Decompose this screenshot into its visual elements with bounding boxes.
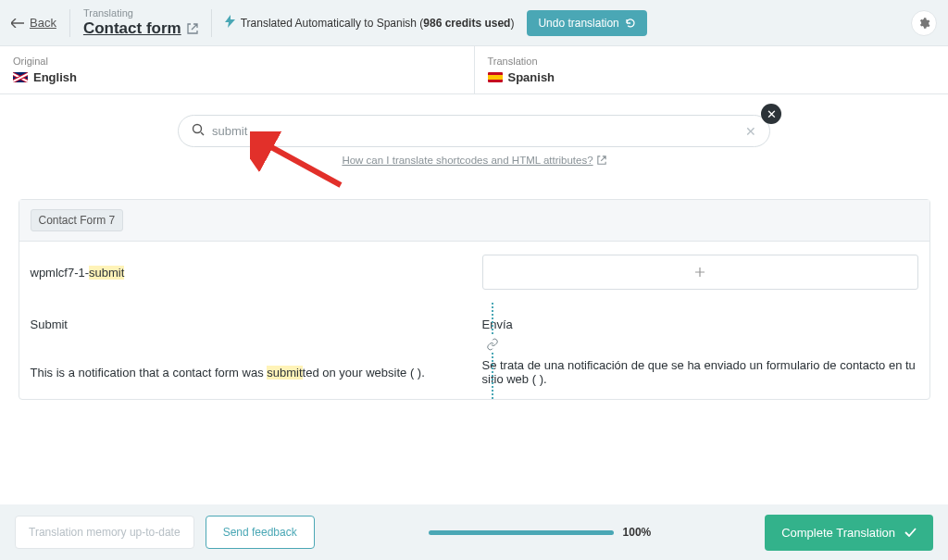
- table-row[interactable]: Submit Envía: [19, 303, 929, 345]
- link-icon[interactable]: [484, 336, 501, 353]
- search-container: ✕ ✕ How can I translate shortcodes and H…: [178, 115, 770, 166]
- spain-flag-icon: [488, 72, 503, 82]
- search-input[interactable]: [212, 124, 738, 138]
- uk-flag-icon: [13, 72, 28, 82]
- footer-bar: Translation memory up-to-date Send feedb…: [0, 504, 948, 560]
- top-bar: Back Translating Contact form Translated…: [0, 0, 948, 46]
- back-button[interactable]: Back: [11, 16, 56, 30]
- check-icon: [904, 528, 917, 537]
- original-language: Original English: [0, 46, 474, 93]
- translation-card: Contact Form 7 wpmlcf7-1-submit Submit E…: [19, 199, 930, 400]
- progress-text: 100%: [623, 526, 652, 539]
- arrow-left-icon: [11, 19, 24, 28]
- search-box[interactable]: ✕: [178, 115, 770, 147]
- bolt-icon: [225, 15, 235, 31]
- add-translation-button[interactable]: [482, 255, 918, 290]
- send-feedback-button[interactable]: Send feedback: [206, 516, 315, 549]
- undo-icon: [625, 18, 636, 29]
- divider: [69, 9, 70, 37]
- auto-translate-status: Translated Automatically to Spanish (986…: [225, 15, 515, 31]
- progress: 100%: [326, 526, 754, 539]
- gear-icon: [917, 17, 930, 30]
- group-header: Contact Form 7: [19, 200, 929, 242]
- external-link-icon: [597, 156, 606, 165]
- external-link-icon: [187, 23, 198, 34]
- language-row: Original English Translation Spanish: [0, 46, 948, 94]
- group-chip: Contact Form 7: [31, 209, 124, 231]
- translating-label: Translating: [83, 7, 198, 19]
- source-text: Submit: [31, 317, 482, 331]
- translation-memory-button: Translation memory up-to-date: [15, 516, 194, 549]
- page-title-block: Translating Contact form: [83, 7, 198, 39]
- search-icon: [192, 123, 205, 139]
- page-title[interactable]: Contact form: [83, 19, 198, 38]
- back-label: Back: [30, 16, 56, 30]
- translation-cell[interactable]: [482, 255, 918, 290]
- source-text: wpmlcf7-1-submit: [31, 266, 482, 280]
- table-row[interactable]: wpmlcf7-1-submit: [19, 242, 929, 303]
- source-text: This is a notification that a contact fo…: [31, 366, 482, 380]
- progress-bar: [429, 530, 614, 535]
- svg-point-0: [193, 125, 202, 133]
- translation-cell[interactable]: Se trata de una notificación de que se h…: [482, 358, 918, 386]
- clear-search-inline[interactable]: ✕: [745, 124, 756, 139]
- link-line: [492, 345, 493, 399]
- help-link[interactable]: How can I translate shortcodes and HTML …: [178, 155, 770, 166]
- close-search-badge[interactable]: ✕: [761, 104, 781, 124]
- table-row[interactable]: This is a notification that a contact fo…: [19, 345, 929, 399]
- translation-cell[interactable]: Envía: [482, 317, 918, 331]
- undo-translation-button[interactable]: Undo translation: [527, 10, 646, 36]
- divider: [211, 9, 212, 37]
- plus-icon: [694, 267, 705, 278]
- translation-language: Translation Spanish: [474, 46, 949, 93]
- settings-button[interactable]: [911, 10, 937, 36]
- complete-translation-button[interactable]: Complete Translation: [765, 515, 933, 551]
